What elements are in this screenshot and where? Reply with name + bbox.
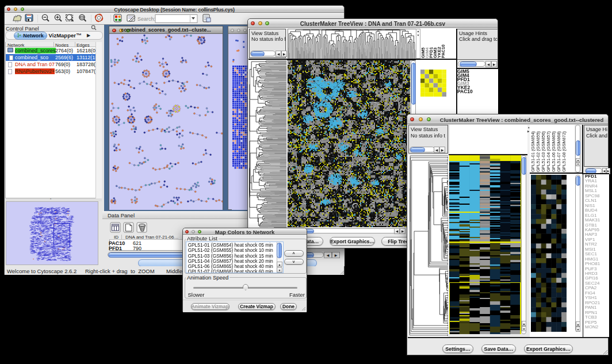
svg-text:Search:: Search: [137,16,155,22]
